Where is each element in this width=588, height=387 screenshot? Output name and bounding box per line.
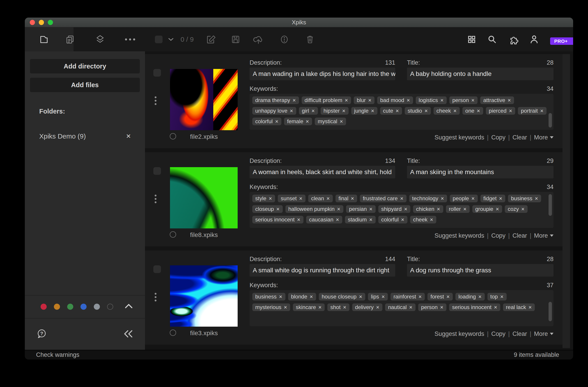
keyword-tag[interactable]: style✕ (252, 195, 275, 202)
keyword-tag[interactable]: colorful✕ (378, 216, 407, 223)
remove-keyword-icon[interactable]: ✕ (535, 196, 538, 201)
remove-keyword-icon[interactable]: ✕ (404, 207, 407, 212)
description-input[interactable]: A woman in heels, black skirt and white … (250, 166, 395, 178)
drag-handle-icon[interactable] (155, 97, 156, 105)
keyword-tag[interactable]: frustrated care✕ (360, 195, 406, 202)
file-thumbnail[interactable] (170, 265, 238, 327)
description-input[interactable]: A man wading in a lake dips his long hai… (250, 68, 395, 80)
remove-keyword-icon[interactable]: ✕ (371, 108, 375, 114)
more-tools-icon[interactable] (124, 37, 136, 42)
remove-keyword-icon[interactable]: ✕ (276, 207, 280, 212)
remove-keyword-icon[interactable]: ✕ (424, 108, 428, 114)
dropdown-arrow-icon[interactable] (550, 234, 553, 237)
remove-keyword-icon[interactable]: ✕ (440, 305, 443, 310)
keyword-tag[interactable]: final✕ (336, 195, 357, 202)
keyword-tag[interactable]: business✕ (252, 293, 285, 301)
keyword-tag[interactable]: people✕ (450, 195, 478, 202)
entry-select-circle[interactable] (170, 231, 176, 238)
remove-keyword-icon[interactable]: ✕ (284, 305, 287, 310)
add-directory-button[interactable]: Add directory (30, 59, 140, 74)
keyword-tag[interactable]: person✕ (418, 303, 446, 311)
keyword-tag[interactable]: serious innocent✕ (449, 303, 500, 311)
folder-item[interactable]: Xpiks Demo (9) ✕ (25, 131, 145, 141)
remove-keyword-icon[interactable]: ✕ (409, 305, 413, 310)
main-scrollbar[interactable] (563, 54, 570, 348)
keyword-tag[interactable]: loading✕ (455, 293, 484, 301)
keyword-tag[interactable]: clean✕ (308, 195, 333, 202)
selection-chevron-down-icon[interactable] (168, 38, 174, 41)
keywords-box[interactable]: style✕sunset✕clean✕final✕frustrated care… (250, 192, 553, 228)
layers-icon[interactable] (95, 34, 105, 45)
keyword-tag[interactable]: skincare✕ (293, 303, 325, 311)
remove-keyword-icon[interactable]: ✕ (381, 294, 385, 299)
keyword-tag[interactable]: halloween pumpkin✕ (285, 205, 343, 213)
label-color-dot[interactable] (67, 304, 73, 310)
remove-keyword-icon[interactable]: ✕ (528, 305, 532, 310)
copy-link[interactable]: Copy (491, 232, 505, 239)
keyword-tag[interactable]: attractive✕ (480, 97, 514, 104)
keyword-tag[interactable]: blonde✕ (288, 293, 316, 301)
remove-keyword-icon[interactable]: ✕ (477, 108, 480, 114)
keyword-tag[interactable]: cute✕ (380, 107, 402, 115)
remove-keyword-icon[interactable]: ✕ (337, 207, 340, 212)
keyword-tag[interactable]: chicken✕ (413, 205, 443, 213)
remove-keyword-icon[interactable]: ✕ (540, 108, 544, 114)
remove-keyword-icon[interactable]: ✕ (306, 119, 309, 124)
remove-keyword-icon[interactable]: ✕ (499, 196, 503, 201)
remove-keyword-icon[interactable]: ✕ (406, 98, 410, 103)
keyword-tag[interactable]: house closeup✕ (319, 293, 365, 301)
title-input[interactable]: A man skiing in the mountains (407, 166, 553, 178)
keyword-tag[interactable]: real lack✕ (503, 303, 535, 311)
remove-keyword-icon[interactable]: ✕ (463, 207, 467, 212)
keyword-tag[interactable]: top✕ (487, 293, 507, 301)
keyword-tag[interactable]: stadium✕ (345, 216, 376, 223)
keyword-tag[interactable]: delivery✕ (352, 303, 383, 311)
remove-keyword-icon[interactable]: ✕ (290, 108, 293, 114)
remove-keyword-icon[interactable]: ✕ (471, 196, 475, 201)
help-icon[interactable]: ? (36, 328, 47, 340)
keyword-tag[interactable]: mysterious✕ (252, 303, 290, 311)
keyword-tag[interactable]: mystical✕ (315, 117, 346, 125)
remove-keyword-icon[interactable]: ✕ (299, 196, 303, 201)
remove-keyword-icon[interactable]: ✕ (376, 305, 379, 310)
suggest-keywords-link[interactable]: Suggest keywords (435, 232, 484, 239)
keyword-tag[interactable]: girl✕ (299, 107, 318, 115)
entry-checkbox[interactable] (153, 265, 161, 273)
keyword-tag[interactable]: studio✕ (405, 107, 431, 115)
grid-view-icon[interactable] (467, 35, 477, 44)
remove-keyword-icon[interactable]: ✕ (339, 119, 343, 124)
remove-keyword-icon[interactable]: ✕ (440, 98, 444, 103)
remove-keyword-icon[interactable]: ✕ (369, 207, 373, 212)
keyword-tag[interactable]: fidget✕ (481, 195, 505, 202)
clear-link[interactable]: Clear (512, 330, 527, 337)
keyword-tag[interactable]: unhappy love✕ (252, 107, 296, 115)
keyword-tag[interactable]: nautical✕ (385, 303, 416, 311)
duplicate-icon[interactable] (65, 34, 75, 45)
info-icon[interactable] (279, 34, 290, 45)
drag-handle-icon[interactable] (155, 293, 156, 301)
entry-checkbox[interactable] (153, 167, 161, 175)
keyword-tag[interactable]: groupie✕ (472, 205, 502, 213)
keywords-box[interactable]: business✕blonde✕house closeup✕lips✕rainf… (250, 290, 553, 326)
entry-select-circle[interactable] (170, 133, 176, 139)
keyword-tag[interactable]: serious innocent✕ (252, 216, 303, 223)
remove-keyword-icon[interactable]: ✕ (344, 98, 348, 103)
select-all-checkbox[interactable] (155, 36, 163, 43)
keyword-tag[interactable]: blur✕ (354, 97, 375, 104)
label-color-dot[interactable] (94, 304, 100, 310)
chevron-up-icon[interactable] (124, 303, 133, 310)
remove-keyword-icon[interactable]: ✕ (269, 196, 272, 201)
remove-keyword-icon[interactable]: ✕ (507, 98, 511, 103)
folder-icon[interactable] (39, 34, 49, 45)
remove-keyword-icon[interactable]: ✕ (318, 305, 322, 310)
keyword-tag[interactable]: sunset✕ (278, 195, 306, 202)
upload-icon[interactable] (252, 34, 264, 45)
remove-keyword-icon[interactable]: ✕ (430, 217, 433, 222)
collapse-sidebar-icon[interactable] (123, 330, 133, 339)
label-color-dot[interactable] (41, 304, 47, 310)
keyword-tag[interactable]: cozy✕ (505, 205, 527, 213)
more-link[interactable]: More (534, 330, 548, 337)
keyword-tag[interactable]: cheek✕ (434, 107, 460, 115)
copy-link[interactable]: Copy (491, 330, 505, 337)
pro-badge[interactable]: PRO+ (550, 38, 573, 45)
